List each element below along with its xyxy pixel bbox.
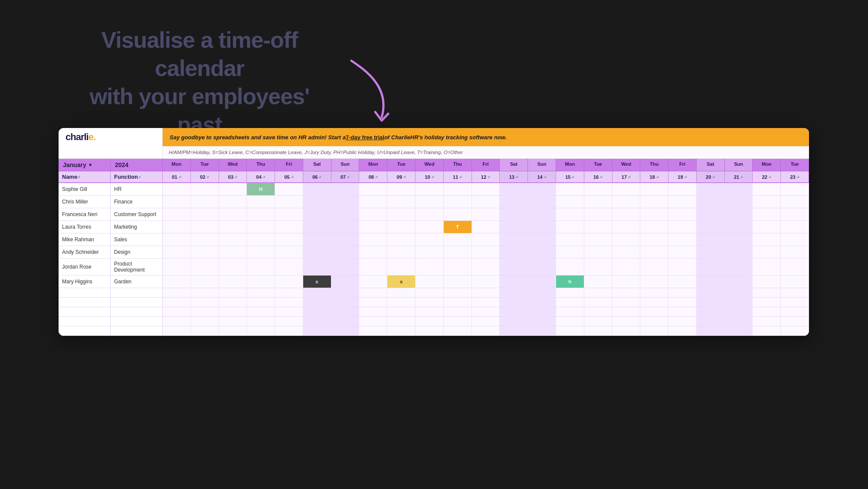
date-filter-icon-09[interactable]: ⊿: [403, 175, 406, 179]
name-filter-icon[interactable]: ⊿: [77, 175, 80, 179]
month-cell[interactable]: January ▼: [59, 159, 111, 171]
date-filter-icon-12[interactable]: ⊿: [487, 175, 490, 179]
empty-day-0-20: [697, 288, 725, 297]
empty-day-1-09: [387, 298, 416, 307]
day-cell-1-13: [500, 196, 528, 208]
day-header-05: Fri: [275, 159, 303, 171]
calendar-day-header: January ▼ 2024 MonTueWedThuFriSatSunMonT…: [59, 159, 809, 171]
empty-day-3-16: [584, 317, 613, 326]
day-cell-7-22: [753, 276, 781, 288]
date-filter-icon-17[interactable]: ⊿: [628, 175, 631, 179]
day-cell-1-08: [359, 196, 387, 208]
date-filter-icon-14[interactable]: ⊿: [544, 175, 547, 179]
date-filter-icon-15[interactable]: ⊿: [571, 175, 574, 179]
empty-day-4-23: [781, 326, 809, 335]
day-cell-5-19: [668, 246, 697, 258]
date-filter-icon-11[interactable]: ⊿: [459, 175, 462, 179]
month-dropdown-icon[interactable]: ▼: [88, 162, 93, 167]
function-filter-icon[interactable]: ⊿: [138, 175, 141, 179]
date-filter-icon-08[interactable]: ⊿: [375, 175, 378, 179]
day-cell-4-03: [219, 233, 247, 246]
day-cell-7-02: [191, 276, 219, 288]
day-cell-3-17: [613, 221, 641, 233]
ad-text-after: of CharlieHR's holiday tracking software…: [384, 134, 507, 141]
empty-row-3: [59, 317, 809, 326]
day-cell-1-04: [247, 196, 275, 208]
day-cell-6-23: [781, 259, 809, 275]
day-cell-1-14: [528, 196, 556, 208]
empty-func-3: [111, 317, 163, 326]
date-filter-icon-23[interactable]: ⊿: [796, 175, 799, 179]
date-filter-icon-20[interactable]: ⊿: [712, 175, 715, 179]
date-filter-icon-21[interactable]: ⊿: [740, 175, 743, 179]
empty-name-4: [59, 326, 111, 335]
date-filter-icon-13[interactable]: ⊿: [515, 175, 518, 179]
day-cell-1-22: [753, 196, 781, 208]
empty-day-2-15: [556, 307, 584, 316]
empty-day-2-01: [163, 307, 191, 316]
employee-row-2: Francesca NeriCustomer Support: [59, 208, 809, 221]
date-num-16: 16 ⊿: [584, 171, 613, 182]
day-cell-1-03: [219, 196, 247, 208]
day-cell-2-13: [500, 208, 528, 220]
function-header[interactable]: Function ⊿: [111, 171, 163, 182]
date-filter-icon-02[interactable]: ⊿: [206, 175, 209, 179]
day-cell-4-09: [387, 233, 416, 246]
day-cell-4-04: [247, 233, 275, 246]
empty-day-3-17: [613, 317, 641, 326]
emp-name-5: Andy Schneider: [59, 246, 111, 258]
empty-day-0-04: [247, 288, 275, 297]
empty-day-0-17: [613, 288, 641, 297]
date-filter-icon-04[interactable]: ⊿: [262, 175, 265, 179]
name-header[interactable]: Name ⊿: [59, 171, 111, 182]
day-header-01: Mon: [163, 159, 191, 171]
date-filter-icon-19[interactable]: ⊿: [684, 175, 687, 179]
day-header-06: Sat: [303, 159, 331, 171]
day-header-21: Sun: [725, 159, 753, 171]
empty-day-3-09: [387, 317, 416, 326]
day-cell-1-20: [697, 196, 725, 208]
day-cell-5-21: [725, 246, 753, 258]
emp-name-1: Chris Miller: [59, 196, 111, 208]
date-filter-icon-05[interactable]: ⊿: [291, 175, 294, 179]
date-filter-icon-16[interactable]: ⊿: [599, 175, 603, 179]
date-num-11: 11 ⊿: [444, 171, 472, 182]
legend-row: H/AM/PM=Holiday, S=Sick Leave, C=Compass…: [59, 146, 809, 159]
empty-day-0-06: [303, 288, 331, 297]
day-cell-4-06: [303, 233, 331, 246]
empty-day-2-20: [697, 307, 725, 316]
day-cell-2-16: [584, 208, 613, 220]
date-filter-icon-18[interactable]: ⊿: [656, 175, 659, 179]
date-filter-icon-22[interactable]: ⊿: [768, 175, 771, 179]
date-filter-icon-10[interactable]: ⊿: [431, 175, 434, 179]
empty-day-4-05: [275, 326, 303, 335]
ad-link[interactable]: 7-day free trial: [346, 134, 384, 141]
employee-row-1: Chris MillerFinance: [59, 196, 809, 208]
day-header-03: Wed: [219, 159, 247, 171]
date-filter-icon-07[interactable]: ⊿: [347, 175, 350, 179]
empty-day-0-15: [556, 288, 584, 297]
day-cell-4-17: [613, 233, 641, 246]
empty-day-3-14: [528, 317, 556, 326]
day-header-23: Tue: [781, 159, 809, 171]
empty-day-2-22: [753, 307, 781, 316]
day-cell-6-22: [753, 259, 781, 275]
day-cell-7-20: [697, 276, 725, 288]
day-cell-5-16: [584, 246, 613, 258]
date-filter-icon-06[interactable]: ⊿: [318, 175, 321, 179]
day-cell-3-22: [753, 221, 781, 233]
day-cell-1-06: [303, 196, 331, 208]
empty-day-3-21: [725, 317, 753, 326]
empty-day-2-14: [528, 307, 556, 316]
emp-func-4: Sales: [111, 233, 163, 246]
empty-day-0-16: [584, 288, 613, 297]
empty-day-1-01: [163, 298, 191, 307]
date-filter-icon-03[interactable]: ⊿: [234, 175, 237, 179]
empty-day-2-17: [613, 307, 641, 316]
empty-day-0-03: [219, 288, 247, 297]
day-cell-7-21: [725, 276, 753, 288]
date-filter-icon-01[interactable]: ⊿: [178, 175, 181, 179]
day-cell-0-15: [556, 183, 584, 195]
empty-day-1-02: [191, 298, 219, 307]
day-cell-5-02: [191, 246, 219, 258]
